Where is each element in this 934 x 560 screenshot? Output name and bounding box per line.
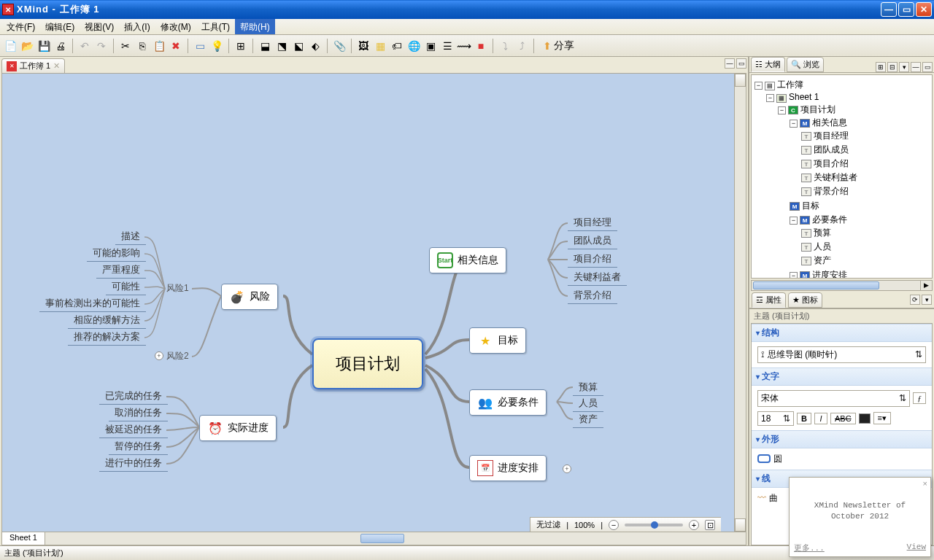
node-goal[interactable]: ★ 目标 <box>469 327 526 354</box>
topic-button[interactable]: ▭ <box>193 39 207 53</box>
delete-button[interactable]: ✖ <box>169 39 183 53</box>
new-button[interactable]: 📄 <box>3 39 18 53</box>
close-button[interactable]: ✕ <box>916 2 932 17</box>
menu-tools[interactable]: 工具(T) <box>196 19 235 34</box>
outline-hscroll[interactable]: ▶ <box>751 280 933 291</box>
cut-button[interactable]: ✂ <box>118 39 133 53</box>
link-button[interactable]: 🌐 <box>406 39 421 53</box>
boundary-button[interactable]: ▣ <box>423 39 438 53</box>
risk1-3[interactable]: 可能性 <box>106 279 146 295</box>
node-req[interactable]: 👥 必要条件 <box>469 389 547 416</box>
popup-view-link[interactable]: View <box>907 542 926 553</box>
drill-down-button[interactable]: ⤵ <box>498 39 512 53</box>
prog-3[interactable]: 暂停的任务 <box>109 438 168 455</box>
insert3-button[interactable]: ⬕ <box>291 39 306 53</box>
redo-button[interactable]: ↷ <box>94 39 109 53</box>
tab-close-icon[interactable]: ✕ <box>53 61 60 71</box>
risk1-0[interactable]: 描述 <box>115 228 146 245</box>
node-sched[interactable]: 📅 进度安排 <box>469 455 547 481</box>
font-color-button[interactable] <box>859 413 871 424</box>
panel-btn-2[interactable]: ⊟ <box>887 62 898 72</box>
size-combo[interactable]: 18⇅ <box>757 411 794 426</box>
label-button[interactable]: 🏷 <box>390 39 404 53</box>
sheet-tab[interactable]: Sheet 1 <box>2 532 45 545</box>
props-menu[interactable]: ▾ <box>922 295 932 305</box>
popup-close-icon[interactable]: × <box>923 479 927 488</box>
editor-max-button[interactable]: ▭ <box>736 58 746 69</box>
bold-button[interactable]: B <box>797 413 811 424</box>
popup-more-link[interactable]: 更多... <box>794 542 825 553</box>
horizontal-scrollbar[interactable] <box>45 532 746 545</box>
outline-tree[interactable]: −▤工作簿 −▦Sheet 1 −C项目计划 −M相关信息 T项目经理 <box>751 74 933 279</box>
maximize-button[interactable]: ▭ <box>898 2 914 17</box>
copy-button[interactable]: ⎘ <box>135 39 150 53</box>
tab-browse[interactable]: 🔍浏览 <box>787 57 824 72</box>
risk1-6[interactable]: 推荐的解决方案 <box>68 329 146 346</box>
section-shape[interactable]: 外形 <box>752 430 932 448</box>
node-progress[interactable]: ⏰ 实际进度 <box>199 415 277 441</box>
drill-up-button[interactable]: ⤴ <box>514 39 529 53</box>
idea-button[interactable]: 💡 <box>209 39 224 53</box>
sub-info-0[interactable]: 项目经理 <box>568 214 617 231</box>
sub-info-2[interactable]: 项目介绍 <box>568 251 617 268</box>
vertical-scrollbar[interactable] <box>734 74 746 532</box>
editor-min-button[interactable]: — <box>725 58 735 69</box>
props-btn-1[interactable]: ⟳ <box>910 295 920 305</box>
prog-1[interactable]: 取消的任务 <box>109 405 168 421</box>
insert1-button[interactable]: ⬓ <box>258 39 272 53</box>
attach-button[interactable]: 📎 <box>332 39 347 53</box>
risk1-2[interactable]: 严重程度 <box>96 262 146 279</box>
expander-sched[interactable]: + <box>563 464 571 473</box>
tab-icons[interactable]: ★图标 <box>788 292 822 308</box>
font-style-button[interactable]: ƒ <box>913 392 926 404</box>
share-button[interactable]: ⬆分享 <box>539 39 579 53</box>
risk-group-2[interactable]: 风险2 <box>166 350 189 362</box>
menu-view[interactable]: 视图(V) <box>80 19 119 34</box>
sub-info-1[interactable]: 团队成员 <box>568 233 617 249</box>
zoom-fit-button[interactable]: ⊡ <box>705 520 715 530</box>
zoom-slider[interactable] <box>625 524 683 526</box>
menu-file[interactable]: 文件(F) <box>1 19 40 34</box>
filter-label[interactable]: 无过滤 <box>536 519 560 530</box>
editor-tab[interactable]: ✕ 工作簿 1 ✕ <box>1 58 65 73</box>
undo-button[interactable]: ↶ <box>77 39 92 53</box>
node-risk[interactable]: 💣 风险 <box>221 284 278 310</box>
strike-button[interactable]: ABC <box>830 413 856 424</box>
italic-button[interactable]: I <box>814 413 827 424</box>
prog-2[interactable]: 被延迟的任务 <box>99 421 168 438</box>
menu-modify[interactable]: 修改(M) <box>155 19 196 34</box>
tab-properties[interactable]: ☲属性 <box>752 292 786 308</box>
menu-insert[interactable]: 插入(I) <box>119 19 155 34</box>
note-button[interactable]: ▦ <box>373 39 387 53</box>
sub-req-1[interactable]: 人员 <box>573 395 603 412</box>
panel-max[interactable]: ▭ <box>922 62 933 72</box>
risk-group-1[interactable]: 风险1 <box>166 282 189 295</box>
central-topic[interactable]: 项目计划 <box>312 338 423 389</box>
minimize-button[interactable]: — <box>881 2 897 17</box>
action1-button[interactable]: ⊞ <box>234 39 248 53</box>
expander-risk2[interactable]: + <box>155 351 163 360</box>
panel-menu[interactable]: ▾ <box>899 62 909 72</box>
menu-help[interactable]: 帮助(H) <box>235 19 275 34</box>
menu-edit[interactable]: 编辑(E) <box>40 19 80 34</box>
print-button[interactable]: 🖨 <box>53 39 68 53</box>
tab-outline[interactable]: ☷大纲 <box>751 57 785 72</box>
sub-req-0[interactable]: 预算 <box>573 379 603 396</box>
image-button[interactable]: 🖼 <box>356 39 371 53</box>
save-button[interactable]: 💾 <box>36 39 51 53</box>
panel-btn-1[interactable]: ⊞ <box>876 62 886 72</box>
section-text[interactable]: 文字 <box>752 368 932 386</box>
sub-info-4[interactable]: 背景介绍 <box>568 287 617 304</box>
marker-button[interactable]: ■ <box>474 39 488 53</box>
panel-min[interactable]: — <box>911 62 921 72</box>
zoom-out-button[interactable]: − <box>609 520 619 530</box>
risk1-5[interactable]: 相应的缓解方法 <box>68 312 146 329</box>
align-button[interactable]: ≡▾ <box>873 412 891 424</box>
summary-button[interactable]: ☰ <box>440 39 455 53</box>
risk1-1[interactable]: 可能的影响 <box>87 245 146 262</box>
insert2-button[interactable]: ⬔ <box>274 39 289 53</box>
paste-button[interactable]: 📋 <box>152 39 166 53</box>
sub-info-3[interactable]: 关键利益者 <box>568 269 627 286</box>
open-button[interactable]: 📂 <box>20 39 34 53</box>
node-info[interactable]: Start 相关信息 <box>429 247 506 273</box>
